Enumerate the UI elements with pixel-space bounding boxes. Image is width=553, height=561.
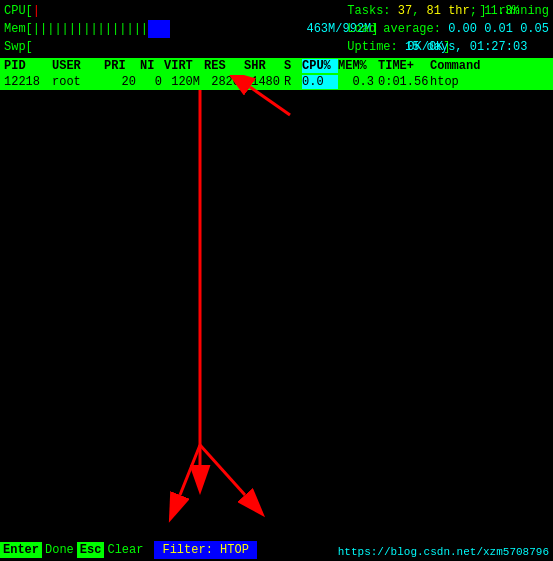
proc-cmd: htop [430,75,549,89]
header-res: RES [204,59,244,73]
proc-mem: 0.3 [338,75,378,89]
done-label: Done [42,542,77,558]
header-shr: SHR [244,59,284,73]
bottom-left: EnterDone EscClear Filter: HTOP [0,541,257,559]
proc-cpu: 0.0 [302,75,338,89]
watermark-url: https://blog.csdn.net/xzm5708796 [338,546,549,558]
svg-line-3 [200,445,245,495]
proc-time: 0:01.56 [378,75,430,89]
mem-label: Mem[ [4,20,33,38]
proc-res: 2820 [204,75,244,89]
cpu-bar-fill: | [33,2,40,20]
filter-text: Filter: HTOP [162,543,248,557]
load-vals: 0.00 0.01 0.05 [448,22,549,36]
proc-shr: 1480 [244,75,284,89]
load-label: Load average: [347,22,448,36]
content-area [0,90,553,530]
clear-label: Clear [104,542,146,558]
uptime-val: 15 days, 01:27:03 [405,40,527,54]
tasks-label: Tasks: [347,4,397,18]
header-pri: PRI [104,59,140,73]
proc-user: root [52,75,104,89]
esc-key-text: Esc [77,542,105,558]
header-ni: NI [140,59,164,73]
proc-ni: 0 [140,75,164,89]
proc-s: R [284,75,302,89]
cpu-label: CPU[ [4,2,33,20]
enter-key-btn[interactable]: EnterDone [0,543,77,557]
tasks-thr: 81 thr [427,4,470,18]
header-mem: MEM% [338,59,378,73]
tasks-line: Tasks: 37, 81 thr; 1 running [347,2,549,20]
svg-line-2 [180,445,200,495]
swp-label: Swp[ [4,38,33,56]
enter-key-text: Enter [0,542,42,558]
table-row: 12218 root 20 0 120M 2820 1480 R 0.0 0.3… [0,74,553,90]
svg-line-4 [250,87,290,115]
header-cpu: CPU% [302,59,338,73]
terminal: CPU[ | ] 1.3% Mem[ |||||||||||||||| ||| … [0,0,553,561]
header-s: S [284,59,302,73]
load-line: Load average: 0.00 0.01 0.05 [347,20,549,38]
tasks-num: 37 [398,4,412,18]
header-cmd: Command [430,59,549,73]
mem-bar-blue: ||| [148,20,170,38]
right-stats: Tasks: 37, 81 thr; 1 running Load averag… [347,2,549,56]
proc-virt: 120M [164,75,204,89]
proc-pri: 20 [104,75,140,89]
header-time: TIME+ [378,59,430,73]
filter-box[interactable]: Filter: HTOP [154,541,256,559]
header-pid: PID [4,59,52,73]
tasks-sep: , [412,4,426,18]
proc-pid: 12218 [4,75,52,89]
esc-key-btn[interactable]: EscClear [77,543,147,557]
header-user: USER [52,59,104,73]
arrow-annotations [0,75,553,555]
bottom-bar: EnterDone EscClear Filter: HTOP https://… [0,539,553,561]
uptime-label: Uptime: [347,40,405,54]
uptime-line: Uptime: 15 days, 01:27:03 [347,38,549,56]
table-header: PID USER PRI NI VIRT RES SHR S CPU% MEM%… [0,58,553,74]
tasks-running: ; 1 running [470,4,549,18]
mem-bar-space [170,20,307,38]
mem-bar-green: |||||||||||||||| [33,20,148,38]
header-virt: VIRT [164,59,204,73]
